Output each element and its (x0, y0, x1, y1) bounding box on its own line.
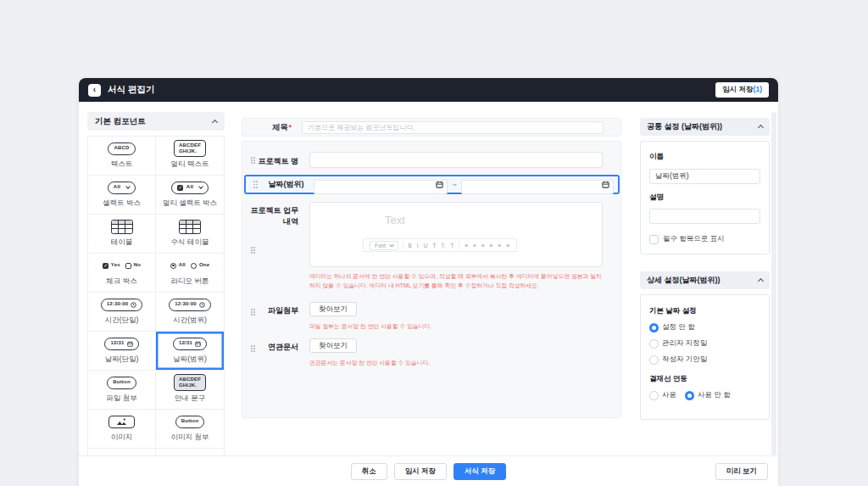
notice-icon: ABCDEFGHIJK. (174, 376, 206, 389)
component-label: 이미지 (111, 433, 133, 443)
component-label: 안내 문구 (175, 394, 205, 404)
project-name-input[interactable] (309, 152, 603, 168)
radio-option[interactable]: 설정 안 함 (649, 322, 695, 332)
field-row-date-range[interactable]: 날짜(범위) ~ (244, 175, 620, 194)
date-end-input[interactable] (461, 180, 614, 194)
radio-option-label: 관리자 지정일 (662, 338, 707, 349)
align-button[interactable]: ≡ (489, 243, 494, 249)
font-select[interactable]: Font (370, 241, 398, 250)
description-field-label: 설명 (649, 193, 760, 203)
related-doc-browse-button[interactable]: 찾아보기 (309, 338, 357, 353)
back-icon: ‹ (93, 86, 96, 94)
component-cell-empty (88, 449, 156, 455)
editor-header: ‹ 서식 편집기 임시 저장 (1) (79, 78, 778, 102)
component-label: 텍스트 (111, 159, 133, 170)
button-icon: Button (175, 415, 205, 428)
component-date-range[interactable]: 12/31날짜(범위) (156, 332, 224, 371)
component-label: 라디오 버튼 (171, 277, 209, 287)
table-icon (179, 220, 201, 233)
calendar-icon (436, 181, 443, 188)
component-date-single[interactable]: 12/31날짜(단일) (88, 332, 156, 371)
temp-save-button[interactable]: 임시 저장 (394, 463, 447, 480)
description-field-input[interactable] (649, 209, 760, 224)
format-button[interactable]: T, (440, 243, 446, 249)
component-formula-table[interactable]: 수식 테이블 (156, 215, 224, 254)
format-button[interactable]: T (431, 243, 437, 249)
component-multitext[interactable]: ABCDEFGHIJK.멀티 텍스트 (156, 137, 224, 176)
collapse-chevron-icon[interactable] (212, 119, 218, 125)
editor-toolbar: Font BIUTT,T ≡≡≡≡≡≡ (363, 238, 517, 252)
date-start-input[interactable] (314, 180, 448, 194)
component-multiselect[interactable]: All멀티 셀렉트 박스 (156, 176, 224, 215)
checkbox-icon[interactable] (649, 235, 659, 244)
component-time-range[interactable]: 12:30:00시간(범위) (156, 293, 224, 332)
temp-save-label: 임시 저장 (722, 85, 753, 95)
align-button[interactable]: ≡ (481, 243, 486, 249)
align-button[interactable]: ≡ (498, 243, 503, 249)
toolbar-divider (459, 242, 459, 249)
format-button[interactable]: T (449, 243, 454, 249)
format-button[interactable]: B (408, 243, 413, 249)
align-button[interactable]: ≡ (472, 243, 477, 249)
required-checkbox-row: 필수 항목으로 표시 (649, 234, 760, 244)
name-field-input[interactable] (649, 169, 760, 184)
calendar-icon (602, 181, 609, 188)
multiselect-icon: All (171, 181, 209, 194)
field-row-related-doc: 연관문서 찾아보기 연관문서는 문서당 한 번만 사용할 수 있습니다. (242, 338, 620, 372)
back-button[interactable]: ‹ (88, 84, 101, 97)
format-button[interactable]: I (416, 243, 420, 249)
component-label: 이미지 첨부 (171, 433, 209, 443)
image-icon (108, 415, 135, 428)
temp-save-header-button[interactable]: 임시 저장 (1) (715, 82, 769, 98)
component-radio[interactable]: AllOne라디오 버튼 (156, 254, 224, 293)
component-file-attach[interactable]: Button파일 첨부 (88, 371, 156, 410)
radio-icon (649, 323, 659, 332)
format-button[interactable]: U (423, 243, 429, 249)
radio-option[interactable]: 관리자 지정일 (649, 338, 707, 349)
date-start-wrap (314, 177, 448, 192)
component-table[interactable]: 테이블 (88, 215, 156, 254)
file-browse-button[interactable]: 찾아보기 (309, 302, 357, 316)
radio-icon (685, 391, 694, 400)
cancel-button[interactable]: 취소 (351, 463, 387, 480)
component-select[interactable]: All셀렉트 박스 (88, 176, 156, 215)
rich-text-editor[interactable]: Text Font BIUTT,T ≡≡≡≡≡≡ (309, 202, 603, 267)
scrollbar[interactable] (771, 112, 776, 455)
collapse-chevron-icon[interactable] (758, 125, 764, 131)
component-checkbox[interactable]: YesNo체크 박스 (88, 254, 156, 293)
date-icon: 12/31 (173, 337, 207, 350)
common-settings-title: 공통 설정 (날짜(범위)) (647, 121, 722, 132)
component-time-single[interactable]: 12:30:00시간(단일) (88, 293, 156, 332)
field-row-file-attach: 파일첨부 찾아보기 파일 첨부는 문서당 한 번만 사용할 수 있습니다. (242, 302, 620, 336)
component-sidebar: 기본 컴포넌트 ABCD텍스트ABCDEFGHIJK.멀티 텍스트All셀렉트 … (87, 112, 225, 455)
time-icon: 12:30:00 (169, 298, 211, 311)
drag-handle-icon[interactable] (251, 247, 255, 254)
radio-option[interactable]: 작성자 기안일 (649, 355, 707, 365)
field-row-project-name: 프로젝트 명 (242, 152, 620, 169)
save-form-button[interactable]: 서식 저장 (453, 463, 506, 480)
name-field-label: 이름 (649, 152, 760, 162)
collapse-chevron-icon[interactable] (758, 278, 764, 284)
related-doc-label: 연관문서 (242, 342, 298, 353)
form-body-panel: 프로젝트 명 날짜(범위) ~ 프로젝트 업무 (242, 141, 621, 418)
component-grid: ABCD텍스트ABCDEFGHIJK.멀티 텍스트All셀렉트 박스All멀티 … (87, 136, 225, 455)
component-label: 수식 테이블 (171, 237, 209, 248)
radio-option[interactable]: 사용 안 함 (685, 390, 731, 400)
component-label: 멀티 셀렉트 박스 (163, 198, 217, 209)
component-notice[interactable]: ABCDEFGHIJK.안내 문구 (156, 371, 224, 410)
detail-settings-title: 상세 설정(날짜(범위)) (647, 275, 721, 286)
time-icon: 12:30:00 (101, 298, 143, 311)
align-button[interactable]: ≡ (464, 243, 469, 249)
component-label: 셀렉트 박스 (103, 198, 141, 209)
form-title-input[interactable] (302, 121, 604, 134)
radio-option-label: 사용 (662, 390, 676, 400)
component-label: 파일 첨부 (106, 394, 136, 404)
component-text[interactable]: ABCD텍스트 (88, 137, 156, 176)
component-image-attach[interactable]: Button이미지 첨부 (156, 410, 224, 449)
align-button[interactable]: ≡ (505, 243, 510, 249)
editor-label: 프로젝트 업무 내역 (242, 205, 298, 227)
radio-option[interactable]: 사용 (649, 390, 676, 400)
component-image[interactable]: 이미지 (88, 410, 156, 449)
date-range-label: 날짜(범위) (258, 179, 303, 190)
preview-button[interactable]: 미리 보기 (715, 463, 768, 480)
